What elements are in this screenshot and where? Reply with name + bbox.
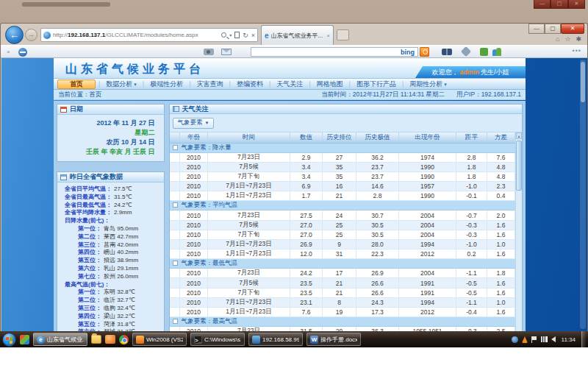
group-row[interactable]: 气象要素：平均气温	[170, 201, 515, 210]
weather-table: 年份时间数值历史排位历史极值出现年份距平方差气象要素：降水量20107月23日2…	[170, 132, 516, 332]
toolbar-close-icon[interactable]: ×	[7, 49, 10, 55]
home-icon[interactable]: ⌂	[556, 35, 559, 43]
bing-search-box[interactable]: bing	[251, 47, 418, 57]
forward-button[interactable]: →	[25, 29, 37, 41]
taskbar-clock[interactable]: 11:34	[559, 336, 578, 343]
row-indent-cell	[170, 230, 180, 239]
table-cell: 1994	[399, 239, 456, 249]
rank-item: 第七位：胶州 26.0mm	[59, 273, 162, 281]
chrome-icon[interactable]	[119, 335, 129, 344]
nav-item[interactable]: 天气关注	[270, 79, 309, 89]
table-cell: 2004	[399, 230, 456, 239]
table-row[interactable]: 20107月下旬3.43523.719901.84.8	[170, 171, 515, 181]
blocked-circle-icon[interactable]	[18, 48, 27, 57]
people-icon[interactable]	[492, 48, 501, 56]
search-go-button[interactable]	[420, 47, 429, 57]
task-button[interactable]: >_C:\Windows\s...	[190, 333, 245, 346]
panel-icon	[173, 106, 179, 112]
stop-icon[interactable]: ×	[251, 32, 255, 39]
scrollbar-thumb[interactable]	[516, 141, 522, 191]
group-checkbox[interactable]	[173, 319, 178, 324]
taskbar-app-icon[interactable]	[20, 335, 29, 344]
table-row[interactable]: 20107月1日~7月23日6.91614.61957-1.02.3	[170, 182, 515, 191]
table-cell: 1.8	[456, 171, 487, 181]
rdp-icon	[252, 336, 260, 344]
action-center-flag-icon[interactable]	[531, 336, 537, 343]
main-navigation: 首页|数据分析▾|极端性分析|灾害查询|整编资料|天气关注|网格地图|图形下行产…	[54, 79, 526, 90]
nav-item[interactable]: 图形下行产品	[351, 79, 402, 89]
table-cell: 2010	[180, 239, 208, 249]
compatibility-view-icon[interactable]	[234, 32, 240, 38]
url-text[interactable]: http://192.168.137.1/GLCCLIMATE/modules/…	[53, 32, 221, 38]
mail-icon[interactable]	[221, 49, 232, 55]
table-row[interactable]: 20107月23日27.52430.72004-0.72.0	[170, 210, 515, 220]
minimize-button[interactable]: —	[528, 24, 545, 34]
table-row[interactable]: 20107月5候3.43523.719901.84.8	[170, 162, 515, 171]
puzzle-icon[interactable]	[480, 48, 488, 56]
maximize-button[interactable]: ▢	[545, 24, 561, 34]
nav-item[interactable]: 数据分析▾	[100, 79, 143, 89]
group-checkbox[interactable]	[173, 261, 178, 266]
start-button[interactable]	[2, 333, 16, 347]
explorer-folder-icon[interactable]	[91, 335, 101, 344]
browser-tab[interactable]: e 山东省气候业务平... ×	[261, 25, 334, 45]
table-row[interactable]: 20107月下旬23.52126.61991-0.51.6	[170, 288, 515, 297]
toolbar-overflow-icon[interactable]: •••	[573, 47, 581, 54]
close-button[interactable]: ✕	[561, 24, 584, 34]
group-row[interactable]: 气象要素：最低气温	[170, 259, 515, 269]
sparkle-icon[interactable]	[461, 46, 471, 57]
nav-item[interactable]: 周期性分析▾	[404, 79, 453, 89]
address-bar[interactable]: http://192.168.137.1/GLCCLIMATE/modules/…	[40, 28, 258, 42]
group-checkbox[interactable]	[173, 202, 178, 208]
table-row[interactable]: 20107月1日~7月23日23.1824.31994-1.11.0	[170, 297, 515, 307]
task-button[interactable]: 192.168.58.99...	[248, 333, 303, 346]
table-row[interactable]: 20107月1日~7月23日26.9928.01994-1.01.0	[170, 239, 515, 249]
task-button[interactable]: e山东省气候业...	[33, 333, 87, 346]
search-icon[interactable]	[221, 32, 226, 38]
group-row[interactable]: 气象要素：降水量	[170, 143, 515, 152]
scroll-up-icon[interactable]: ▲	[516, 132, 522, 139]
table-cell: -0.5	[456, 278, 487, 288]
refresh-icon[interactable]: ↻	[243, 32, 248, 39]
table-cell: 27.0	[290, 220, 323, 230]
table-row[interactable]: 20107月23日24.21726.92004-1.11.8	[170, 269, 515, 278]
browser-scrollbar-thumb[interactable]	[581, 62, 585, 102]
settings-gear-icon[interactable]: ✱	[576, 35, 581, 43]
tray-download-icon[interactable]	[522, 336, 528, 343]
group-checkbox[interactable]	[173, 145, 178, 150]
orange-app-icon[interactable]	[105, 335, 115, 344]
chevron-down-icon[interactable]: ▾	[229, 32, 232, 38]
tray-app-icon[interactable]	[512, 336, 518, 343]
camera-icon[interactable]	[204, 49, 214, 55]
task-button[interactable]: Win2008 (VS2...	[132, 333, 187, 346]
table-row[interactable]: 20101月1日~7月23日1.7212.81990-0.10.4	[170, 191, 515, 201]
panel-scrollbar[interactable]: ▲ ▼	[515, 132, 522, 332]
show-desktop-button[interactable]	[581, 331, 586, 347]
table-row[interactable]: 20107月下旬27.02530.52004-0.31.6	[170, 230, 515, 239]
tab-close-icon[interactable]: ×	[326, 32, 330, 39]
nav-item[interactable]: 整编资料	[231, 79, 269, 89]
rank-value: 青岛 95.0mm	[104, 225, 138, 233]
table-row[interactable]: 20101月1日~7月23日12.03122.320120.21.6	[170, 250, 515, 259]
volume-icon[interactable]	[551, 336, 556, 342]
nav-item[interactable]: 首页	[57, 79, 96, 89]
network-icon[interactable]	[541, 336, 548, 342]
table-row[interactable]: 20107月5候27.02530.52004-0.31.6	[170, 220, 515, 230]
table-cell: 1.0	[487, 297, 515, 307]
task-button[interactable]: W操作手册.docx ...	[306, 333, 361, 346]
favorites-star-icon[interactable]: ☆	[564, 35, 570, 43]
element-dropdown-button[interactable]: 气象要素 ▼	[173, 118, 215, 129]
new-tab-button[interactable]	[337, 29, 349, 40]
back-button[interactable]: ←	[5, 26, 24, 44]
group-row[interactable]: 气象要素：最高气温	[170, 317, 515, 327]
nav-item[interactable]: 灾害查询	[191, 79, 229, 89]
browser-scrollbar[interactable]	[580, 60, 586, 329]
nav-item[interactable]: 极端性分析	[144, 79, 189, 89]
rank-item: 第五位：招远 38.9mm	[59, 257, 162, 265]
binoculars-icon[interactable]	[442, 49, 452, 55]
table-row[interactable]: 20107月23日2.92736.219742.87.6	[170, 152, 515, 162]
row-indent-cell	[170, 191, 180, 201]
nav-item[interactable]: 网格地图	[311, 79, 349, 89]
table-row[interactable]: 20107月5候23.52126.61991-0.51.6	[170, 278, 515, 288]
table-row[interactable]: 20101月1日~7月23日7.61917.32012-0.41.6	[170, 307, 515, 316]
